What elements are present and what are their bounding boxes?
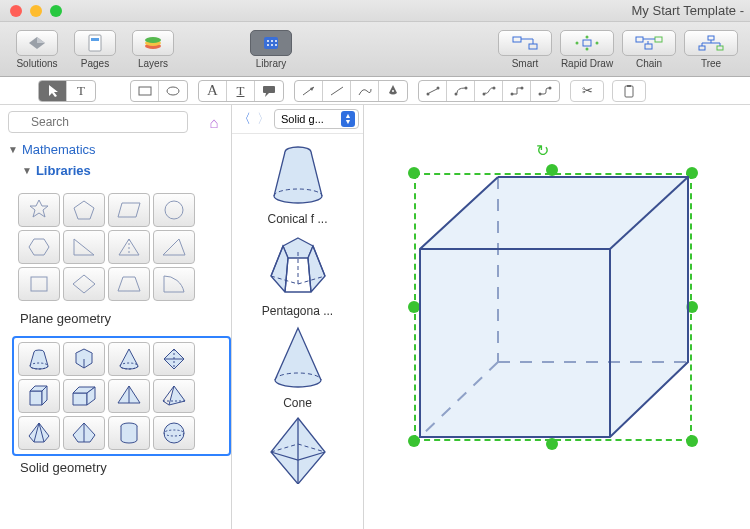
tree-item-mathematics[interactable]: ▼ Mathematics [8,139,223,160]
shape-right-triangle[interactable] [63,230,105,264]
layers-icon [143,35,163,51]
arrow-tool[interactable] [295,81,323,101]
svg-rect-48 [627,85,631,87]
text-tool[interactable]: T [67,81,95,101]
dropdown-stepper-icon: ▲▼ [341,111,355,127]
pen-tool[interactable] [379,81,407,101]
solid-geometry-grid [12,336,231,456]
pointer-tool[interactable] [39,81,67,101]
svg-marker-1 [37,37,45,43]
svg-rect-25 [699,46,705,50]
svg-rect-15 [529,44,537,49]
svg-point-20 [586,47,589,50]
library-item-pentagonal-frustum[interactable]: Pentagona ... [259,232,337,318]
svg-line-38 [429,89,437,93]
library-item-cone[interactable]: Cone [259,324,337,410]
shape-frustum[interactable] [18,342,60,376]
rectangle-tool[interactable] [131,81,159,101]
search-input[interactable] [8,111,188,133]
svg-point-10 [275,40,277,42]
rotation-handle[interactable]: ↻ [536,141,549,160]
toolbar-rapid-draw-button[interactable]: Rapid Draw [556,25,618,73]
toolbar-smart-button[interactable]: Smart [494,25,556,73]
shape-square[interactable] [18,267,60,301]
library-item-octahedron[interactable] [259,416,337,488]
toolbar-solutions-button[interactable]: Solutions [8,25,66,73]
library-item-conical-frustum[interactable]: Conical f ... [259,140,337,226]
shape-cube-small[interactable] [18,379,60,413]
smart-icon [510,35,540,51]
arc-connector-tool[interactable] [447,81,475,101]
svg-marker-53 [29,239,49,255]
shape-circle[interactable] [153,193,195,227]
svg-point-19 [586,35,589,38]
canvas[interactable]: ↻ [364,105,750,529]
callout-tool[interactable] [255,81,283,101]
shape-cylinder-small[interactable] [108,416,150,450]
svg-rect-23 [645,44,652,49]
tree-item-libraries[interactable]: ▼ Libraries [8,160,223,181]
shape-parallelogram[interactable] [108,193,150,227]
library-group-plane-geometry[interactable]: Plane geometry [12,187,231,326]
text-shape-tool[interactable]: A [199,81,227,101]
shape-rhombus[interactable] [63,267,105,301]
smart-connector-tool[interactable] [503,81,531,101]
direct-connector-tool[interactable] [419,81,447,101]
library-group-solid-geometry[interactable]: Solid geometry [12,336,231,475]
spline-tool[interactable] [351,81,379,101]
toolbar-layers-button[interactable]: Layers [124,25,182,73]
tree-icon [696,35,726,51]
shape-sector[interactable] [153,267,195,301]
toolbar-chain-button[interactable]: Chain [618,25,680,73]
round-connector-tool[interactable] [531,81,559,101]
svg-marker-60 [118,277,140,291]
shape-hex-pyramid[interactable] [18,416,60,450]
tool-strip: T A T ✂ [0,77,750,105]
shape-pyramid-small[interactable] [108,379,150,413]
svg-marker-59 [73,275,95,293]
svg-point-18 [596,41,599,44]
shape-pentagon[interactable] [63,193,105,227]
shape-trapezoid[interactable] [108,267,150,301]
shape-scalene-triangle[interactable] [153,230,195,264]
main-toolbar: Solutions Pages Layers Library Smart Rap… [0,22,750,77]
home-icon[interactable]: ⌂ [205,113,223,131]
scissors-tool[interactable]: ✂ [570,80,604,102]
svg-marker-51 [118,203,140,217]
ellipse-tool[interactable] [159,81,187,101]
svg-rect-14 [513,37,521,42]
canvas-shape-cube[interactable] [410,167,700,447]
toolbar-library-button[interactable]: Library [242,25,300,73]
shape-pent-pyramid[interactable] [63,416,105,450]
svg-marker-27 [49,85,58,97]
shape-cuboid-small[interactable] [63,379,105,413]
svg-rect-7 [264,37,278,49]
solid-geometry-title: Solid geometry [12,456,231,475]
text-block-tool[interactable]: T [227,81,255,101]
shape-star[interactable] [18,193,60,227]
svg-marker-72 [73,393,87,405]
library-back-button[interactable]: 〈 [236,110,252,128]
shape-isoceles-triangle[interactable] [108,230,150,264]
line-tool[interactable] [323,81,351,101]
shape-tetrahedron-small[interactable] [153,379,195,413]
svg-rect-24 [708,36,714,40]
shape-sphere-small[interactable] [153,416,195,450]
connector-tools-segment [418,80,560,102]
library-forward-button[interactable]: 〉 [255,110,271,128]
library-dropdown[interactable]: Solid g... ▲▼ [274,109,359,129]
shape-octahedron-small[interactable] [153,342,195,376]
shape-hexagon[interactable] [18,230,60,264]
svg-rect-58 [31,277,47,291]
shape-cone-small[interactable] [108,342,150,376]
rapid-draw-icon [572,35,602,51]
clipboard-tool[interactable] [612,80,646,102]
library-shape-list: Conical f ... Pentagona ... Cone [232,134,363,529]
toolbar-group-connectors: Smart Rapid Draw Chain Tree [494,25,742,73]
toolbar-tree-button[interactable]: Tree [680,25,742,73]
shape-pentagonal-prism[interactable] [63,342,105,376]
svg-point-29 [167,87,179,95]
svg-point-6 [145,37,161,43]
bezier-connector-tool[interactable] [475,81,503,101]
toolbar-pages-button[interactable]: Pages [66,25,124,73]
